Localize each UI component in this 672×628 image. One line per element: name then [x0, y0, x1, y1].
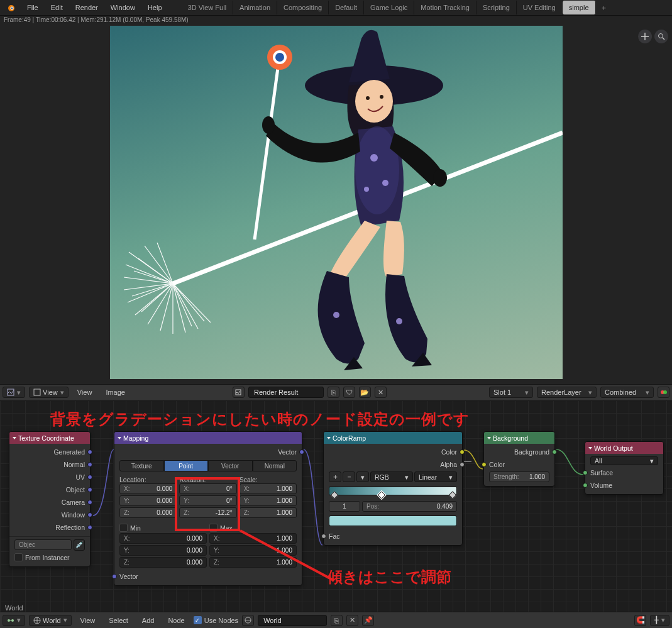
- workspace-tab-game-logic[interactable]: Game Logic: [364, 1, 414, 14]
- strength-field[interactable]: Strength:1.000: [489, 471, 549, 482]
- zoom-gizmo-icon[interactable]: [654, 30, 668, 43]
- open-image-icon[interactable]: 📂: [359, 387, 371, 398]
- use-nodes-toggle[interactable]: ✓Use Nodes: [194, 616, 238, 624]
- mapping-type-point[interactable]: Point: [164, 460, 209, 471]
- node-background[interactable]: Background Background Color Strength:1.0…: [483, 431, 555, 487]
- output-camera[interactable]: Camera: [14, 497, 85, 507]
- location-z[interactable]: Z:0.000: [119, 507, 177, 518]
- bottom-menu-select[interactable]: Select: [104, 612, 133, 628]
- rotation-y[interactable]: Y:0°: [179, 495, 236, 506]
- pan-gizmo-icon[interactable]: [638, 30, 652, 43]
- add-workspace-button[interactable]: ＋: [597, 3, 611, 13]
- min-x[interactable]: X:0.000: [119, 533, 207, 544]
- bottom-menu-node[interactable]: Node: [163, 612, 189, 628]
- snap-toggle-icon[interactable]: 🧲: [634, 615, 646, 626]
- ramp-tools-dropdown[interactable]: ▾: [356, 471, 369, 482]
- rotation-z[interactable]: Z:-12.2°: [179, 507, 236, 518]
- node-header[interactable]: Background: [484, 432, 554, 444]
- editor-type-dropdown-bottom[interactable]: ▾: [3, 615, 25, 626]
- ramp-stop-0[interactable]: [331, 491, 339, 499]
- node-header[interactable]: Texture Coordinate: [9, 432, 90, 444]
- output-reflection[interactable]: Reflection: [14, 522, 85, 532]
- node-mapping[interactable]: Mapping Vector TexturePointVectorNormal …: [114, 431, 302, 586]
- eyedropper-icon[interactable]: 💉: [74, 539, 85, 551]
- mapping-type-normal[interactable]: Normal: [253, 460, 297, 471]
- mapping-type-texture[interactable]: Texture: [119, 460, 164, 471]
- output-object[interactable]: Object: [14, 484, 85, 495]
- ramp-color-swatch[interactable]: [329, 515, 457, 526]
- world-browse-icon[interactable]: [242, 615, 254, 626]
- linked-data-icon[interactable]: ⎘: [328, 387, 339, 398]
- ramp-colormode-dropdown[interactable]: RGB▾: [370, 471, 413, 482]
- scale-y[interactable]: Y:1.000: [240, 495, 297, 506]
- header-menu-image[interactable]: Image: [101, 385, 130, 400]
- image-name-field[interactable]: Render Result: [248, 387, 324, 398]
- node-header[interactable]: World Output: [585, 442, 663, 454]
- image-editor-viewport[interactable]: [0, 23, 672, 384]
- menu-window[interactable]: Window: [105, 0, 141, 15]
- workspace-tab-default[interactable]: Default: [329, 1, 364, 14]
- display-channels-icon[interactable]: [658, 387, 669, 398]
- min-y[interactable]: Y:0.000: [119, 545, 207, 556]
- from-instancer-checkbox[interactable]: [14, 553, 23, 561]
- world-name-field[interactable]: World: [258, 615, 327, 626]
- slot-dropdown[interactable]: Slot 1▾: [489, 387, 533, 398]
- node-world-output[interactable]: World Output All▾ Surface Volume: [585, 441, 664, 495]
- ramp-remove-button[interactable]: －: [343, 471, 355, 482]
- pin-icon[interactable]: 📌: [362, 615, 374, 626]
- ramp-interp-dropdown[interactable]: Linear▾: [414, 471, 457, 482]
- node-texture-coordinate[interactable]: Texture Coordinate GeneratedNormalUVObje…: [9, 431, 91, 567]
- output-generated[interactable]: Generated: [14, 446, 85, 457]
- colorramp-gradient[interactable]: [329, 487, 457, 495]
- bottom-menu-view[interactable]: View: [75, 612, 101, 628]
- ramp-index-field[interactable]: 1: [329, 501, 360, 512]
- scale-x[interactable]: X:1.000: [240, 483, 297, 494]
- output-normal[interactable]: Normal: [14, 459, 85, 470]
- svg-line-20: [132, 284, 173, 296]
- node-colorramp[interactable]: ColorRamp Color Alpha ＋ － ▾ RGB▾ Linear▾…: [323, 431, 463, 546]
- rotation-x[interactable]: X:0°: [179, 483, 236, 494]
- location-y[interactable]: Y:0.000: [119, 495, 177, 506]
- max-checkbox[interactable]: [209, 524, 218, 532]
- location-x[interactable]: X:0.000: [119, 483, 177, 494]
- mode-dropdown[interactable]: View▾: [29, 387, 69, 398]
- new-world-icon[interactable]: ⎘: [331, 615, 343, 626]
- node-editor-area[interactable]: 背景をグラデーションにしたい時のノード設定の一例です 傾きはここで調節 Text…: [0, 400, 672, 615]
- menu-edit[interactable]: Edit: [45, 0, 69, 15]
- mapping-type-vector[interactable]: Vector: [208, 460, 253, 471]
- header-menu-view[interactable]: View: [72, 385, 97, 400]
- snap-type-dropdown[interactable]: ╂▾: [650, 615, 669, 626]
- menu-render[interactable]: Render: [70, 0, 104, 15]
- unlink-icon[interactable]: ✕: [375, 387, 387, 398]
- ramp-stop-1[interactable]: [377, 491, 385, 499]
- image-browse-icon[interactable]: [233, 387, 245, 398]
- menu-help[interactable]: Help: [142, 0, 168, 15]
- pass-dropdown[interactable]: Combined▾: [600, 387, 654, 398]
- editor-type-dropdown[interactable]: ▾: [3, 387, 25, 398]
- workspace-tab-simple[interactable]: simple: [563, 1, 596, 14]
- workspace-tab-motion-tracking[interactable]: Motion Tracking: [414, 1, 476, 14]
- renderlayer-dropdown[interactable]: RenderLayer▾: [537, 387, 597, 398]
- fake-user-icon[interactable]: 🛡: [343, 387, 355, 398]
- max-z[interactable]: Z:1.000: [209, 557, 297, 568]
- output-window[interactable]: Window: [14, 509, 85, 520]
- shader-type-dropdown[interactable]: World▾: [29, 615, 72, 626]
- ramp-pos-field[interactable]: Pos:0.409: [362, 501, 457, 512]
- unlink-world-icon[interactable]: ✕: [346, 615, 358, 626]
- ramp-add-button[interactable]: ＋: [329, 471, 341, 482]
- workspace-tab-uv-editing[interactable]: UV Editing: [517, 1, 563, 14]
- bottom-menu-add[interactable]: Add: [137, 612, 160, 628]
- workspace-tab-animation[interactable]: Animation: [233, 1, 277, 14]
- workspace-tab-3d-view-full[interactable]: 3D View Full: [182, 1, 234, 14]
- target-dropdown[interactable]: All▾: [590, 456, 658, 465]
- min-checkbox[interactable]: [119, 524, 128, 532]
- output-uv[interactable]: UV: [14, 471, 85, 482]
- node-header[interactable]: Mapping: [114, 432, 302, 444]
- node-header[interactable]: ColorRamp: [324, 432, 462, 444]
- workspace-tab-scripting[interactable]: Scripting: [476, 1, 517, 14]
- min-z[interactable]: Z:0.000: [119, 557, 207, 568]
- workspace-tab-compositing[interactable]: Compositing: [277, 1, 329, 14]
- ramp-stop-2[interactable]: [449, 491, 457, 499]
- menu-file[interactable]: File: [21, 0, 44, 15]
- scale-z[interactable]: Z:1.000: [240, 507, 297, 518]
